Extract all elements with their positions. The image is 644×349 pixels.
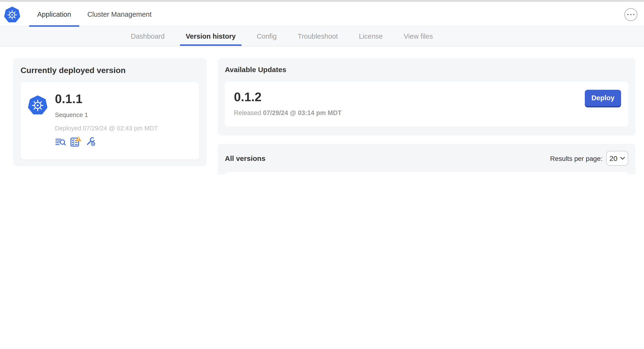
app-header: Application Cluster Management (0, 2, 644, 27)
results-per-page-label: Results per page: (550, 154, 602, 162)
update-released-date: Released 07/29/24 @ 03:14 pm MDT (234, 109, 621, 116)
available-updates-title: Available Updates (225, 66, 628, 74)
tab-troubleshoot[interactable]: Troubleshoot (287, 27, 348, 46)
released-date: 07/29/24 @ 03:14 pm MDT (263, 109, 342, 116)
update-version-number: 0.1.2 (234, 90, 621, 104)
chevron-down-icon (620, 156, 625, 160)
released-label: Released (234, 109, 261, 116)
current-version-sequence: Sequence 1 (55, 111, 158, 118)
header-actions (624, 8, 637, 21)
tab-cluster-management[interactable]: Cluster Management (79, 2, 160, 26)
ellipsis-menu-icon[interactable] (624, 8, 637, 21)
current-version-number: 0.1.1 (55, 92, 158, 106)
currently-deployed-title: Currently deployed version (20, 66, 199, 76)
preflight-checks-warning-icon[interactable] (70, 136, 82, 146)
config-gear-icon[interactable] (86, 136, 96, 146)
current-version-deployed-date: Deployed 07/29/24 @ 02:43 pm MDT (55, 124, 158, 132)
currently-deployed-card: 0.1.1 Sequence 1 Deployed 07/29/24 @ 02:… (20, 82, 199, 160)
all-versions-title: All versions (225, 154, 266, 162)
kots-admin-console: Application Cluster Management Dashboard… (0, 0, 644, 174)
tab-license[interactable]: License (348, 27, 393, 46)
available-update-card: 0.1.2 Released 07/29/24 @ 03:14 pm MDT D… (225, 82, 628, 126)
tab-view-files[interactable]: View files (393, 27, 443, 46)
results-per-page: Results per page: 20 (550, 151, 628, 166)
deploy-logs-icon[interactable] (55, 138, 66, 146)
version-row-0-1-1: 0.1.1 Sequence 1 1 files changed View di… (225, 172, 628, 174)
current-version-actions (55, 136, 158, 146)
tab-dashboard[interactable]: Dashboard (120, 27, 175, 46)
version-history-main: Available Updates 0.1.2 Released 07/29/2… (218, 58, 636, 174)
deploy-button[interactable]: Deploy (585, 90, 621, 106)
app-subnav: Dashboard Version history Config Trouble… (0, 27, 644, 46)
app-level-tabs: Application Cluster Management (29, 2, 160, 26)
tab-config[interactable]: Config (246, 27, 287, 46)
results-per-page-value: 20 (610, 154, 617, 162)
all-versions-panel: All versions Results per page: 20 0.1.1 … (218, 144, 636, 174)
tab-application[interactable]: Application (29, 2, 79, 26)
tab-version-history[interactable]: Version history (175, 27, 246, 46)
currently-deployed-panel: Currently deployed version 0.1.1 Sequenc… (13, 58, 207, 166)
results-per-page-select[interactable]: 20 (606, 151, 628, 166)
kubernetes-logo-icon (4, 7, 20, 22)
window-top-edge (0, 0, 644, 2)
kubernetes-app-icon (28, 96, 47, 114)
available-updates-panel: Available Updates 0.1.2 Released 07/29/2… (218, 58, 636, 136)
